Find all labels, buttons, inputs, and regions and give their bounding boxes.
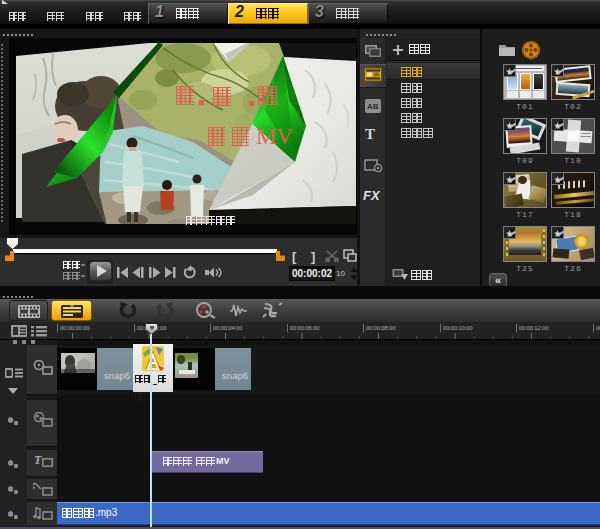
svg-text:AB: AB (367, 102, 379, 111)
